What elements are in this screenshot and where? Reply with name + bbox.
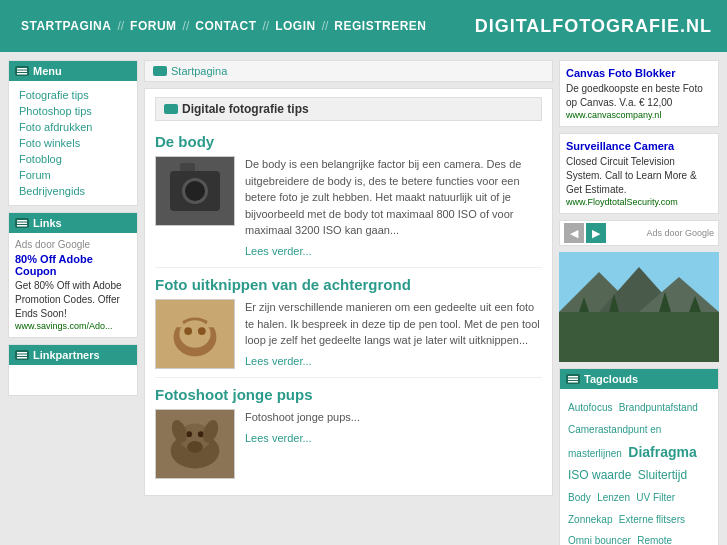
tag-sluitertijd[interactable]: Sluitertijd [638,468,687,482]
ad-link[interactable]: 80% Off Adobe Coupon [15,253,93,277]
article-text-foto-uitknippen: Er zijn verschillende manieren om een ge… [245,299,542,369]
nav-sep-2: // [183,19,190,33]
read-more-fotoshoot-pups[interactable]: Lees verder... [245,430,542,447]
svg-point-11 [179,320,210,347]
article-text-fotoshoot-pups: Fotoshoot jonge pups... Lees verder... [245,409,542,479]
articles-container: Digitale fotografie tips De body De body… [144,88,553,496]
menu-foto-winkels[interactable]: Foto winkels [9,135,137,151]
ad-body: Get 80% Off with Adobe Promotion Codes. … [15,279,131,321]
svg-rect-1 [17,70,27,72]
tag-brandpuntafstand[interactable]: Brandpuntafstand [619,402,698,413]
article-body-fotoshoot-pups: Fotoshoot jonge pups... Lees verder... [155,409,542,479]
ad-canvas-text: De goedkoopste en beste Foto op Canvas. … [566,82,712,110]
ad-surveillance-url: www.FloydtotalSecurity.com [566,197,712,207]
svg-point-19 [187,441,203,453]
svg-rect-7 [17,354,27,356]
tag-uv-filter[interactable]: UV Filter [636,492,675,503]
nav-sep-4: // [322,19,329,33]
tagcloud-content: Autofocus Brandpuntafstand Camerastandpu… [560,389,718,545]
nav-login[interactable]: LOGIN [269,19,322,33]
article-thumb-dog [155,409,235,479]
svg-point-13 [198,327,206,335]
tag-autofocus[interactable]: Autofocus [568,402,612,413]
site-logo: DIGITALFOTOGRAFIE.NL [475,16,712,37]
svg-point-20 [186,431,192,437]
tagcloud-icon [566,374,580,384]
ad-canvas-url: www.canvascompany.nl [566,110,712,120]
tag-diafragma[interactable]: Diafragma [628,444,696,460]
nav-forum[interactable]: FORUM [124,19,183,33]
nav-sep-3: // [263,19,270,33]
breadcrumb: Startpagina [144,60,553,82]
links-box: Links Ads door Google 80% Off Adobe Coup… [8,212,138,338]
main-content: Startpagina Digitale fotografie tips De … [144,60,553,496]
ad-surveillance-title: Surveillance Camera [566,140,712,152]
breadcrumb-icon [153,66,167,76]
nav-contact[interactable]: CONTACT [189,19,262,33]
header: STARTPAGINA // FORUM // CONTACT // LOGIN… [0,0,727,52]
ad-canvas-title: Canvas Foto Blokker [566,67,712,79]
tag-remote[interactable]: Remote [637,535,672,545]
nav-startpagina[interactable]: STARTPAGINA [15,19,117,33]
menu-fotoblog[interactable]: Fotoblog [9,151,137,167]
ads-google-label: Ads door Google [646,228,714,238]
sidebar-right: Canvas Foto Blokker De goedkoopste en be… [559,60,719,545]
nav-registreren[interactable]: REGISTREREN [328,19,432,33]
tag-zonnekap[interactable]: Zonnekap [568,514,612,525]
read-more-de-body[interactable]: Lees verder... [245,243,542,260]
menu-foto-afdrukken[interactable]: Foto afdrukken [9,119,137,135]
linkpartners-box: Linkpartners [8,344,138,396]
menu-photoshop-tips[interactable]: Photoshop tips [9,103,137,119]
article-thumb-camera [155,156,235,226]
article-de-body: De body De body is een belangrijke facto… [155,125,542,268]
menu-items: Fotografie tips Photoshop tips Foto afdr… [9,81,137,205]
links-icon [15,218,29,228]
tag-externe-flitsers[interactable]: Externe flitsers [619,514,685,525]
svg-rect-5 [17,225,27,227]
menu-box: Menu Fotografie tips Photoshop tips Foto… [8,60,138,206]
ad-surveillance-text: Closed Circuit Television System. Call t… [566,155,712,197]
tag-omni-bouncer[interactable]: Omni bouncer [568,535,631,545]
svg-rect-4 [17,222,27,224]
article-fotoshoot-pups: Fotoshoot jonge pups [155,378,542,487]
tagcloud-title: Tagclouds [560,369,718,389]
article-body-foto-uitknippen: Er zijn verschillende manieren om een ge… [155,299,542,369]
ad-next-button[interactable]: ▶ [586,223,606,243]
menu-bedrijvengids[interactable]: Bedrijvengids [9,183,137,199]
section-title-bar: Digitale fotografie tips [155,97,542,121]
ad-navigation: ◀ ▶ Ads door Google [559,220,719,246]
article-title-de-body[interactable]: De body [155,133,542,150]
svg-point-12 [184,327,192,335]
article-thumb-cat [155,299,235,369]
svg-rect-6 [17,352,27,354]
svg-rect-2 [17,73,27,75]
article-title-fotoshoot-pups[interactable]: Fotoshoot jonge pups [155,386,542,403]
camera-shape [170,171,220,211]
tag-body[interactable]: Body [568,492,591,503]
mountain-photo [559,252,719,362]
article-title-foto-uitknippen[interactable]: Foto uitknippen van de achtergrond [155,276,542,293]
section-title: Digitale fotografie tips [182,102,309,116]
page-layout: Menu Fotografie tips Photoshop tips Foto… [0,52,727,545]
links-content: Ads door Google 80% Off Adobe Coupon Get… [9,233,137,337]
svg-rect-29 [559,312,719,362]
breadcrumb-text: Startpagina [171,65,227,77]
tagcloud-box: Tagclouds Autofocus Brandpuntafstand Cam… [559,368,719,545]
article-foto-uitknippen: Foto uitknippen van de achtergrond [155,268,542,378]
tag-iso-waarde[interactable]: ISO waarde [568,468,631,482]
svg-rect-0 [17,68,27,70]
menu-icon [15,66,29,76]
ad-url: www.savings.com/Ado... [15,321,131,331]
menu-title: Menu [9,61,137,81]
svg-rect-35 [568,378,578,380]
article-body-de-body: De body is een belangrijke factor bij ee… [155,156,542,259]
linkpartners-icon [15,350,29,360]
read-more-foto-uitknippen[interactable]: Lees verder... [245,353,542,370]
svg-rect-3 [17,220,27,222]
links-title: Links [9,213,137,233]
menu-forum[interactable]: Forum [9,167,137,183]
ads-label: Ads door Google [15,239,131,250]
menu-fotografie-tips[interactable]: Fotografie tips [9,87,137,103]
tag-lenzen[interactable]: Lenzen [597,492,630,503]
ad-prev-button[interactable]: ◀ [564,223,584,243]
